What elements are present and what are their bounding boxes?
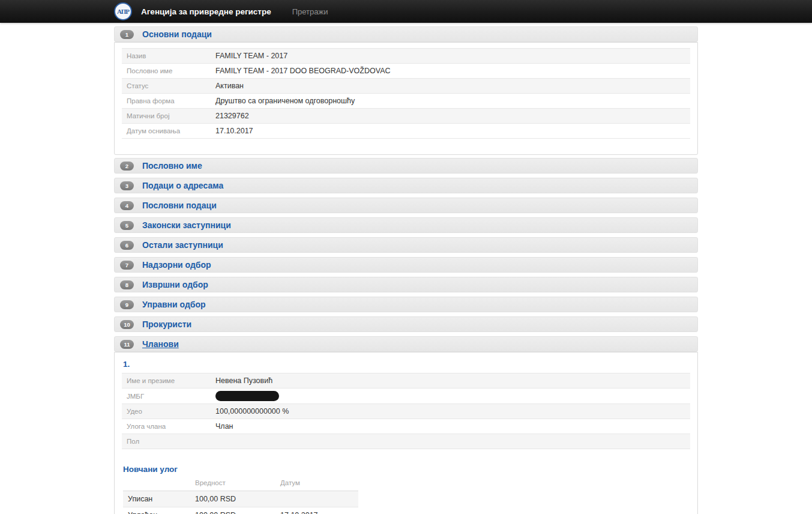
- section-title: Пословни подаци: [142, 201, 217, 210]
- monetary-contribution-heading: Новчани улог: [123, 465, 690, 474]
- section-title: Чланови: [142, 339, 179, 349]
- table-row: Датум оснивања 17.10.2017: [122, 124, 690, 139]
- row-label: ЈМБГ: [122, 389, 211, 404]
- apr-logo-monogram: АПР: [117, 8, 129, 15]
- section-header-business-name[interactable]: 2 Пословно име: [114, 158, 698, 174]
- section-title: Прокуристи: [142, 319, 191, 329]
- row-value: [211, 389, 690, 404]
- col-header-date: Датум: [275, 476, 358, 491]
- row-value: 100,00 RSD: [190, 491, 275, 507]
- section-header-basic-data[interactable]: 1 Основни подаци: [114, 26, 698, 42]
- content-container: 1 Основни подаци Назив FAMILY TEAM - 201…: [114, 26, 698, 514]
- section-header-business-data[interactable]: 4 Пословни подаци: [114, 198, 698, 213]
- section-header-other-representatives[interactable]: 6 Остали заступници: [114, 237, 698, 253]
- row-label: Пол: [122, 434, 211, 449]
- row-label: Удео: [122, 404, 211, 419]
- nav-item-search[interactable]: Претражи: [292, 7, 328, 16]
- app-title: Агенција за привредне регистре: [141, 7, 271, 16]
- row-date: [275, 491, 358, 507]
- row-label: Уписан: [123, 491, 190, 507]
- row-value: FAMILY TEAM - 2017: [211, 49, 690, 64]
- top-header: АПР Агенција за привредне регистре Претр…: [0, 0, 812, 23]
- section-title: Законски заступници: [142, 220, 231, 230]
- table-row: Пословно име FAMILY TEAM - 2017 DOO BEOG…: [122, 64, 690, 79]
- row-value: FAMILY TEAM - 2017 DOO BEOGRAD-VOŽDOVAC: [211, 64, 690, 79]
- section-header-supervisory-board[interactable]: 7 Надзорни одбор: [114, 257, 698, 273]
- section-number-badge: 6: [120, 241, 134, 250]
- table-row: Уплаћен 100,00 RSD 17.10.2017: [123, 507, 358, 514]
- section-number-badge: 5: [120, 221, 134, 230]
- basic-data-panel: Назив FAMILY TEAM - 2017 Пословно име FA…: [114, 42, 698, 155]
- row-value: 100,00 RSD: [190, 507, 275, 514]
- row-value: Друштво са ограниченом одговорношћу: [211, 94, 690, 109]
- section-number-badge: 2: [120, 162, 134, 171]
- table-row: Улога члана Члан: [122, 419, 690, 434]
- section-header-addresses[interactable]: 3 Подаци о адресама: [114, 178, 698, 193]
- section-title: Подаци о адресама: [142, 181, 223, 190]
- row-label: Име и презиме: [122, 373, 211, 389]
- table-row: Име и презиме Невена Пузовић: [122, 373, 690, 389]
- row-label: Датум оснивања: [122, 124, 211, 139]
- table-row: ЈМБГ: [122, 389, 690, 404]
- table-row: Статус Активан: [122, 79, 690, 94]
- section-number-badge: 10: [120, 320, 134, 329]
- row-label: Улога члана: [122, 419, 211, 434]
- row-value: Члан: [211, 419, 690, 434]
- section-header-executive-board[interactable]: 8 Извршни одбор: [114, 277, 698, 292]
- section-number-badge: 11: [120, 340, 134, 349]
- header-inner: АПР Агенција за привредне регистре Претр…: [114, 2, 698, 20]
- section-number-badge: 8: [120, 280, 134, 289]
- section-header-members[interactable]: 11 Чланови: [114, 336, 698, 352]
- row-label: Статус: [122, 79, 211, 94]
- table-row: Назив FAMILY TEAM - 2017: [122, 49, 690, 64]
- section-number-badge: 9: [120, 300, 134, 309]
- section-title: Пословно име: [142, 161, 202, 171]
- row-label: Матични број: [122, 109, 211, 124]
- section-header-procurators[interactable]: 10 Прокуристи: [114, 316, 698, 332]
- section-title: Извршни одбор: [142, 280, 208, 289]
- apr-logo[interactable]: АПР: [114, 2, 132, 20]
- section-header-legal-representatives[interactable]: 5 Законски заступници: [114, 217, 698, 233]
- row-label: Правна форма: [122, 94, 211, 109]
- row-label: Уплаћен: [123, 507, 190, 514]
- row-label: Назив: [122, 49, 211, 64]
- jmbg-redacted-box: [215, 391, 279, 401]
- member-index: 1.: [123, 360, 690, 369]
- members-panel: 1. Име и презиме Невена Пузовић ЈМБГ Уде…: [114, 352, 698, 514]
- section-number-badge: 7: [120, 261, 134, 270]
- row-label: Пословно име: [122, 64, 211, 79]
- row-value: 100,000000000000 %: [211, 404, 690, 419]
- row-value: Невена Пузовић: [211, 373, 690, 389]
- section-number-badge: 3: [120, 181, 134, 190]
- row-value: 17.10.2017: [211, 124, 690, 139]
- table-row: Правна форма Друштво са ограниченом одго…: [122, 94, 690, 109]
- table-header-row: Вредност Датум: [123, 476, 358, 491]
- col-header-value: Вредност: [190, 476, 275, 491]
- basic-data-table: Назив FAMILY TEAM - 2017 Пословно име FA…: [122, 48, 690, 139]
- row-value: Активан: [211, 79, 690, 94]
- row-date: 17.10.2017: [275, 507, 358, 514]
- row-value: [211, 434, 690, 449]
- table-row: Матични број 21329762: [122, 109, 690, 124]
- section-title: Основни подаци: [142, 29, 212, 39]
- section-header-management-board[interactable]: 9 Управни одбор: [114, 297, 698, 312]
- section-title: Надзорни одбор: [142, 260, 211, 270]
- table-row: Уписан 100,00 RSD: [123, 491, 358, 507]
- section-number-badge: 1: [120, 30, 134, 39]
- section-title: Остали заступници: [142, 240, 223, 250]
- section-number-badge: 4: [120, 201, 134, 210]
- table-row: Пол: [122, 434, 690, 449]
- member-table: Име и презиме Невена Пузовић ЈМБГ Удео 1…: [122, 373, 690, 449]
- row-value: 21329762: [211, 109, 690, 124]
- col-header-empty: [123, 476, 190, 491]
- monetary-table: Вредност Датум Уписан 100,00 RSD Уплаћен…: [123, 476, 358, 514]
- table-row: Удео 100,000000000000 %: [122, 404, 690, 419]
- section-title: Управни одбор: [142, 300, 206, 309]
